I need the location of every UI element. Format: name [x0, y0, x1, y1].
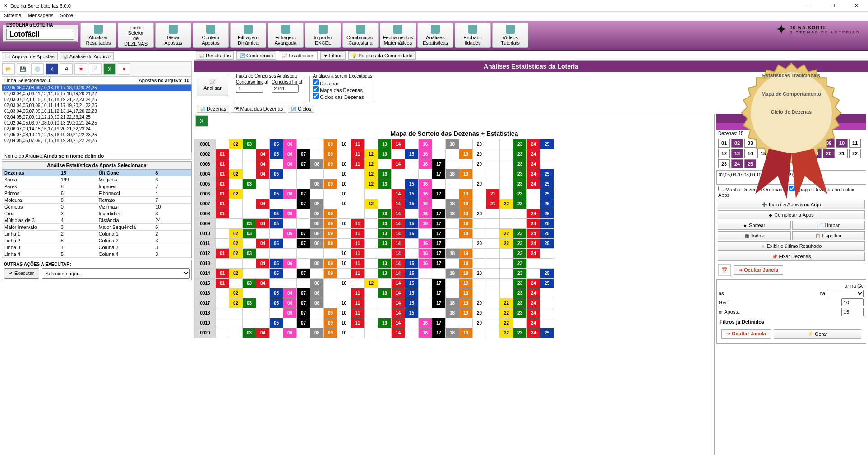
dezena-01[interactable]: 01 — [718, 139, 730, 148]
dezena-25[interactable]: 25 — [744, 159, 756, 168]
convert-icon[interactable]: X — [46, 63, 58, 75]
ribbon-button-11[interactable]: VídeosTutoriais — [492, 23, 528, 48]
bets-list[interactable]: 02,05,06,07,08,09,10,13,16,17,18,19,20,2… — [2, 84, 192, 152]
chk-manter-ordenadas[interactable] — [718, 186, 724, 191]
chk-mapa[interactable] — [313, 86, 319, 92]
fixar-dezenas-button[interactable]: 📌 Fixar Dezenas — [718, 252, 865, 261]
dezena-04[interactable]: 04 — [757, 139, 769, 148]
tab-conferencia[interactable]: 🔄 Conferência — [236, 51, 276, 60]
dezenas-grid[interactable]: 0102030405060708091011121314151617181920… — [716, 137, 866, 170]
calendar-icon[interactable]: 📅 — [718, 264, 731, 276]
concurso-final-input[interactable] — [272, 84, 299, 93]
subtab-ciclos[interactable]: 🔄 Ciclos — [288, 105, 314, 113]
analisar-button[interactable]: 📈Analisar — [197, 74, 228, 96]
incluir-aposta-button[interactable]: ➕ Incluir a Aposta no Arqu — [718, 200, 865, 209]
qtd-gerar-input[interactable] — [841, 298, 864, 306]
ribbon-button-2[interactable]: GerarApostas — [155, 23, 191, 48]
ribbon-button-6[interactable]: ImportarEXCEL — [305, 23, 341, 48]
print-icon[interactable]: 🖨 — [60, 63, 73, 75]
concurso-inicial-input[interactable] — [236, 84, 263, 93]
tab-palpites[interactable]: 💡 Palpites da Comunidade — [348, 51, 416, 60]
dezena-10[interactable]: 10 — [836, 139, 848, 148]
open-icon[interactable]: 📂 — [2, 63, 15, 75]
ribbon-button-0[interactable]: AtualizarResultados — [80, 23, 116, 48]
dezena-12[interactable]: 12 — [718, 149, 730, 158]
filter-icon[interactable]: ▼ — [118, 63, 130, 75]
excel-icon[interactable]: X — [103, 63, 116, 75]
subtab-mapa[interactable]: 🗺 Mapa das Dezenas — [231, 105, 286, 113]
map-panel[interactable]: X Mapa de Sorteio das Dezenas + Estatíst… — [194, 114, 715, 455]
bet-row[interactable]: 02,04,05,06,07,09,11,15,18,19,20,21,22,2… — [2, 138, 191, 144]
ocultar-janela-2-button[interactable]: ➜ Ocultar Janela — [721, 329, 771, 339]
dezena-09[interactable]: 09 — [823, 139, 835, 148]
dezena-24[interactable]: 24 — [731, 159, 743, 168]
dezena-07[interactable]: 07 — [797, 139, 808, 148]
dezena-06[interactable]: 06 — [784, 139, 795, 148]
subtab-dezenas[interactable]: 📊 Dezenas — [197, 105, 229, 113]
bet-row[interactable]: 01,03,04,05,06,11,13,14,15,17,18,19,20,2… — [2, 91, 191, 97]
limpar-button[interactable]: 📄 Limpar — [792, 221, 865, 230]
geracao-select[interactable] — [828, 290, 864, 297]
chk-ciclos[interactable] — [313, 93, 319, 99]
dezena-21[interactable]: 21 — [836, 149, 848, 158]
dezena-05[interactable]: 05 — [771, 139, 782, 148]
dezena-13[interactable]: 13 — [731, 149, 743, 158]
menu-mensagens[interactable]: Mensagens — [28, 13, 54, 20]
ribbon-button-8[interactable]: FechamentosMatemáticos — [380, 23, 416, 48]
sortear-button[interactable]: ★ Sortear — [718, 221, 791, 230]
ribbon-button-10[interactable]: Probabi-lidades — [455, 23, 491, 48]
ribbon-button-4[interactable]: FiltragemDinâmica — [230, 23, 266, 48]
new-icon[interactable]: 📄 — [89, 63, 102, 75]
dezena-23[interactable]: 23 — [718, 159, 730, 168]
exibir-ultimo-button[interactable]: ☆ Exibir o último Resultado — [718, 241, 865, 251]
bet-row[interactable]: 01,05,07,08,10,11,12,15,16,19,20,21,22,2… — [2, 132, 191, 138]
dezena-22[interactable]: 22 — [849, 149, 861, 158]
export-excel-icon[interactable]: X — [195, 115, 208, 127]
ribbon-button-7[interactable]: CombinaçãoCartesiana — [342, 23, 379, 48]
ocultar-janela-button[interactable]: ➜ Ocultar Janela — [734, 265, 783, 275]
minimize-button[interactable]: — — [801, 3, 817, 9]
dezena-03[interactable]: 03 — [744, 139, 756, 148]
gerar-button[interactable]: ⚡ Gerar — [774, 329, 861, 339]
ribbon-button-5[interactable]: FiltragemAvançada — [268, 23, 304, 48]
lottery-dropdown[interactable] — [6, 29, 74, 40]
ribbon-button-3[interactable]: ConferirApostas — [193, 23, 229, 48]
maximize-button[interactable]: ☐ — [825, 3, 841, 9]
bet-row[interactable]: 01,03,04,06,07,09,10,11,12,13,14,17,20,2… — [2, 108, 191, 114]
delete-icon[interactable]: ✖ — [74, 63, 87, 75]
tab-filtros[interactable]: ▼ Filtros — [320, 51, 346, 60]
por-aposta-input[interactable] — [841, 308, 864, 316]
tab-arquivo-apostas[interactable]: 📄 Arquivo de Apostas — [2, 52, 58, 60]
execute-button[interactable]: ✔ Executar — [4, 268, 39, 279]
tab-resultados[interactable]: 📊 Resultados — [196, 51, 234, 60]
dezena-08[interactable]: 08 — [810, 139, 822, 148]
dezena-16[interactable]: 16 — [771, 149, 782, 158]
dezena-17[interactable]: 17 — [784, 149, 795, 158]
menu-sobre[interactable]: Sobre — [60, 13, 73, 20]
ribbon-button-9[interactable]: AnálisesEstatísticas — [417, 23, 453, 48]
ribbon-button-1[interactable]: ExibirSeletordeDEZENAS — [118, 23, 154, 48]
dezena-19[interactable]: 19 — [810, 149, 822, 158]
espelhar-button[interactable]: 📋 Espelhar — [792, 231, 865, 240]
chk-dezenas[interactable] — [313, 79, 319, 85]
menu-sistema[interactable]: Sistema — [4, 13, 22, 20]
dezena-15[interactable]: 15 — [757, 149, 769, 158]
close-button[interactable]: ✕ — [848, 3, 864, 9]
bet-row[interactable]: 01,02,04,05,06,07,08,09,10,13,19,20,21,2… — [2, 120, 191, 126]
bet-row[interactable]: 02,06,07,09,14,15,16,17,19,20,21,22,23,2… — [2, 126, 191, 132]
dezena-18[interactable]: 18 — [797, 149, 808, 158]
tab-estatisticas[interactable]: 📈 Estatísticas — [279, 51, 317, 60]
dezena-20[interactable]: 20 — [823, 149, 835, 158]
bet-row[interactable]: 02,04,05,07,09,11,12,19,20,21,22,23,24,2… — [2, 114, 191, 120]
dezena-14[interactable]: 14 — [744, 149, 756, 158]
bet-row[interactable]: 02,03,07,12,13,15,16,17,18,19,21,22,23,2… — [2, 97, 191, 102]
save-icon[interactable]: 💾 — [17, 63, 29, 75]
tab-analise-arquivo[interactable]: 📊 Análise do Arquivo — [60, 52, 114, 60]
chk-apagar-incluir[interactable] — [789, 186, 795, 191]
dezena-11[interactable]: 11 — [849, 139, 861, 148]
cd-icon[interactable]: 💿 — [31, 63, 44, 75]
dezena-02[interactable]: 02 — [731, 139, 743, 148]
bet-row[interactable]: 02,03,04,05,08,09,10,11,14,17,19,20,21,2… — [2, 102, 191, 108]
bet-row[interactable]: 02,05,06,07,08,09,10,13,16,17,18,19,20,2… — [2, 85, 191, 91]
action-select[interactable]: Selecione aqui... — [42, 268, 190, 279]
